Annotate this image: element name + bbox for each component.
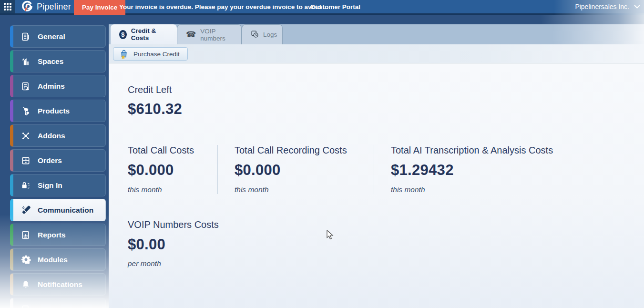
stat-title: VOIP Numbers Costs bbox=[128, 219, 219, 230]
stat-period: per month bbox=[128, 259, 219, 268]
sidebar-item-label: Notifications bbox=[38, 280, 82, 289]
monthly-costs-row: Total Call Costs $0.000 this month Total… bbox=[128, 145, 569, 194]
sidebar-item-label: Admins bbox=[38, 82, 65, 91]
sidebar-item-orders[interactable]: Orders bbox=[10, 149, 106, 172]
tab-label: Logs bbox=[263, 31, 277, 38]
grid-icon bbox=[4, 3, 11, 10]
sidebar-item-sign-in[interactable]: Sign In bbox=[10, 174, 106, 196]
sidebar-item-reports[interactable]: Reports bbox=[10, 224, 106, 246]
credit-left-value: $610.32 bbox=[128, 101, 182, 118]
lock-icon bbox=[20, 180, 31, 191]
tab-label: VOIP numbers bbox=[200, 28, 233, 42]
account-name: Pipelinersales Inc. bbox=[575, 3, 629, 10]
settings-sidebar: General Spaces Admins Products Addons bbox=[0, 15, 109, 308]
sidebar-item-communication[interactable]: Communication bbox=[10, 199, 106, 221]
sidebar-item-addons[interactable]: Addons bbox=[10, 124, 106, 147]
sidebar-item-label: Reports bbox=[38, 231, 66, 239]
sidebar-item-label: Spaces bbox=[38, 57, 63, 66]
phone-person-icon: ☎ bbox=[186, 31, 196, 39]
sidebar-item-label: Communication bbox=[38, 206, 93, 215]
report-chart-icon bbox=[20, 230, 31, 240]
account-menu[interactable]: Pipelinersales Inc. bbox=[575, 0, 640, 13]
app-window: Pipeliner Pay Invoice Your invoice is ov… bbox=[0, 0, 644, 308]
voip-numbers-costs-stat: VOIP Numbers Costs $0.00 per month bbox=[128, 219, 219, 268]
stat-title: Total Call Costs bbox=[128, 145, 202, 156]
tab-strip: $ Credit & Costs ☎ VOIP numbers Logs bbox=[109, 24, 644, 44]
stat-value: $0.000 bbox=[128, 162, 202, 179]
sidebar-item-label: Products bbox=[38, 107, 70, 115]
document-lines-icon bbox=[20, 31, 31, 42]
sidebar-item-label: General bbox=[38, 32, 65, 41]
tab-voip-numbers[interactable]: ☎ VOIP numbers bbox=[177, 24, 242, 44]
hand-truck-icon bbox=[20, 106, 31, 116]
gear-icon bbox=[20, 255, 31, 265]
credit-left-stat: Credit Left $610.32 bbox=[128, 84, 182, 118]
sidebar-item-modules[interactable]: Modules bbox=[10, 248, 106, 271]
stat-period: this month bbox=[235, 185, 358, 194]
sidebar-item-general[interactable]: General bbox=[10, 25, 106, 48]
credit-left-label: Credit Left bbox=[128, 84, 182, 95]
sidebar-item-label: Addons bbox=[38, 132, 65, 140]
stat-value: $1.29432 bbox=[391, 162, 553, 179]
stat-value: $0.00 bbox=[128, 236, 219, 253]
sidebar-item-products[interactable]: Products bbox=[10, 100, 106, 122]
logo-text: Pipeliner bbox=[37, 2, 71, 12]
tab-label: Credit & Costs bbox=[131, 27, 168, 41]
stat-value: $0.000 bbox=[235, 162, 358, 179]
network-nodes-icon bbox=[20, 131, 31, 141]
document-person-icon bbox=[20, 81, 31, 92]
total-call-costs-stat: Total Call Costs $0.000 this month bbox=[128, 145, 217, 194]
building-icon bbox=[20, 56, 31, 67]
sidebar-item-admins[interactable]: Admins bbox=[10, 75, 106, 97]
purchase-credit-button[interactable]: Purchase Credit bbox=[113, 47, 188, 61]
drawer-icon bbox=[20, 155, 31, 166]
document-icon bbox=[20, 304, 31, 308]
sidebar-item-spaces[interactable]: Spaces bbox=[10, 50, 106, 72]
sidebar-item-label: Sign In bbox=[38, 181, 62, 190]
chevron-down-icon bbox=[634, 5, 640, 9]
stat-period: this month bbox=[128, 185, 202, 194]
toolbar: Purchase Credit bbox=[109, 44, 644, 63]
stat-title: Total AI Transcription & Analysis Costs bbox=[391, 145, 553, 156]
pipeliner-logo[interactable]: Pipeliner bbox=[21, 0, 71, 13]
sidebar-item-label: Orders bbox=[38, 156, 62, 165]
sidebar-item-notifications[interactable]: Notifications bbox=[10, 273, 106, 296]
shopping-bag-star-icon bbox=[119, 49, 129, 59]
pay-invoice-button[interactable]: Pay Invoice bbox=[74, 0, 125, 15]
stat-title: Total Call Recording Costs bbox=[235, 145, 358, 156]
top-bar: Pipeliner Pay Invoice Your invoice is ov… bbox=[0, 0, 644, 15]
dollar-circle-icon: $ bbox=[119, 30, 127, 39]
total-ai-transcription-costs-stat: Total AI Transcription & Analysis Costs … bbox=[374, 145, 569, 194]
bell-icon bbox=[20, 279, 31, 290]
history-clock-icon bbox=[251, 30, 259, 40]
pipeliner-logo-icon bbox=[21, 0, 33, 13]
total-call-recording-costs-stat: Total Call Recording Costs $0.000 this m… bbox=[217, 145, 374, 194]
tab-logs[interactable]: Logs bbox=[242, 24, 283, 44]
tab-credit-costs[interactable]: $ Credit & Costs bbox=[111, 24, 177, 44]
purchase-credit-label: Purchase Credit bbox=[133, 51, 180, 58]
app-grid-button[interactable] bbox=[0, 0, 15, 13]
phone-icon bbox=[20, 205, 31, 216]
credit-costs-panel: Credit Left $610.32 Total Call Costs $0.… bbox=[109, 64, 644, 308]
sidebar-item-label: Modules bbox=[38, 256, 68, 264]
customer-portal-link[interactable]: Customer Portal bbox=[310, 0, 360, 13]
overdue-invoice-message: Your invoice is overdue. Please pay your… bbox=[119, 0, 328, 13]
sidebar-item-hidden[interactable] bbox=[10, 298, 106, 308]
stat-period: this month bbox=[391, 185, 553, 194]
